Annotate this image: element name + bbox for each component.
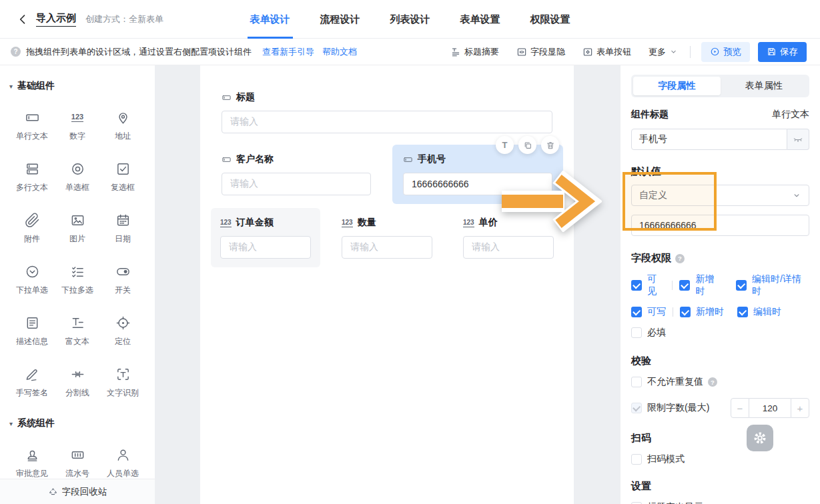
component-radio[interactable]: 单选框 — [55, 161, 100, 193]
permission-writable-row: 可写 新增时 编辑时 — [631, 306, 809, 318]
scan-mode-checkbox[interactable] — [631, 454, 642, 465]
component-switch[interactable]: 开关 — [100, 263, 145, 296]
order-amount-input[interactable]: 请输入 — [220, 236, 311, 259]
default-value-input[interactable]: 16666666666 — [631, 215, 809, 236]
minus-button[interactable]: − — [731, 398, 749, 418]
copy-icon — [523, 141, 532, 150]
writable-add-checkbox[interactable] — [680, 307, 691, 317]
tab-form-properties[interactable]: 表单属性 — [721, 77, 808, 95]
tool-field-visibility[interactable]: 字段显隐 — [516, 46, 565, 58]
caret-down-icon: ▾ — [9, 420, 13, 427]
text-style-action-button[interactable]: T — [496, 136, 514, 154]
section-system-components[interactable]: ▾ 系统组件 — [9, 417, 145, 429]
validation-label: 校验 — [631, 355, 809, 367]
tab-permission-settings[interactable]: 权限设置 — [530, 0, 570, 39]
tab-flow-design[interactable]: 流程设计 — [320, 0, 360, 39]
component-approval[interactable]: 审批意见 — [9, 447, 55, 479]
component-serial-number[interactable]: 流水号 — [55, 447, 100, 479]
char-limit-value[interactable]: 120 — [749, 398, 791, 418]
visible-checkbox[interactable] — [631, 280, 642, 291]
field-recycle-bin[interactable]: 字段回收站 — [0, 479, 155, 504]
form-field-phone-selected[interactable]: T 手机号 16666 — [392, 145, 563, 204]
link-help-docs[interactable]: 帮助文档 — [322, 46, 357, 58]
save-button[interactable]: 保存 — [758, 42, 807, 62]
link-newbie-guide[interactable]: 查看新手引导 — [262, 46, 314, 58]
component-date[interactable]: 日期 — [100, 212, 145, 245]
section-basic-components[interactable]: ▾ 基础组件 — [9, 80, 145, 92]
question-icon[interactable]: ? — [708, 377, 717, 387]
writable-edit-checkbox[interactable] — [737, 307, 748, 317]
field-label: 123 数量 — [342, 217, 432, 229]
visible-edit-checkbox[interactable] — [736, 280, 747, 291]
more-menu[interactable]: 更多 — [649, 46, 678, 58]
component-signature[interactable]: 手写签名 — [9, 366, 55, 399]
component-address[interactable]: 地址 — [100, 109, 145, 142]
tab-list-design[interactable]: 列表设计 — [390, 0, 430, 39]
tab-field-properties[interactable]: 字段属性 — [633, 77, 721, 95]
writable-checkbox[interactable] — [631, 307, 642, 317]
no-duplicate-row: 不允许重复值 ? — [631, 376, 809, 388]
location-icon — [115, 315, 131, 331]
component-image[interactable]: 图片 — [55, 212, 100, 245]
component-select-single[interactable]: 下拉单选 — [9, 263, 55, 296]
field-permission-label: 字段权限 ? — [631, 252, 809, 265]
tab-form-design[interactable]: 表单设计 — [250, 0, 290, 39]
delete-action-button[interactable] — [541, 136, 559, 154]
question-icon[interactable]: ? — [675, 254, 685, 263]
settings-fab-button[interactable] — [747, 425, 773, 451]
unit-price-input[interactable]: 请输入 — [463, 236, 554, 259]
form-field-customer-name[interactable]: 客户名称 请输入 — [211, 145, 382, 204]
caret-down-icon: ▾ — [9, 83, 13, 90]
design-area: 标题 请输入 客户名称 请输入 — [155, 65, 621, 504]
field-label: 123 单价 — [463, 217, 554, 229]
tool-title-abstract[interactable]: 标题摘要 — [450, 46, 499, 58]
component-person-single[interactable]: 人员单选 — [100, 447, 145, 479]
component-location[interactable]: 定位 — [100, 315, 145, 347]
panel-tabs: 字段属性 表单属性 — [631, 75, 809, 97]
form-field-title[interactable]: 标题 请输入 — [211, 83, 563, 142]
eye-off-icon — [793, 134, 803, 145]
toggle-title-visibility-button[interactable] — [787, 129, 809, 150]
default-mode-select[interactable]: 自定义 — [631, 185, 809, 206]
save-icon — [767, 47, 777, 57]
component-rich-text[interactable]: 富文本 — [55, 315, 100, 347]
component-divider[interactable]: 分割线 — [55, 366, 100, 399]
form-field-unit-price[interactable]: 123 单价 请输入 — [454, 208, 563, 267]
preview-button[interactable]: 预览 — [701, 42, 750, 62]
toolbar-hint-text: 拖拽组件到表单的设计区域，通过设置右侧配置项设计组件 — [26, 46, 252, 58]
component-single-line-text[interactable]: 单行文本 — [9, 109, 55, 142]
component-description[interactable]: 描述信息 — [9, 315, 55, 347]
component-number[interactable]: 123 数字 — [55, 109, 100, 142]
no-duplicate-checkbox[interactable] — [631, 377, 642, 387]
gear-icon — [752, 430, 768, 446]
tool-form-button[interactable]: 表单按钮 — [582, 46, 631, 58]
plus-button[interactable]: + — [791, 398, 809, 418]
app-header: 导入示例 创建方式：全新表单 表单设计 流程设计 列表设计 表单设置 权限设置 — [0, 0, 820, 39]
field-actions: T — [496, 136, 559, 154]
form-field-order-amount[interactable]: 123 订单金额 请输入 — [211, 208, 320, 267]
component-title-input[interactable]: 手机号 — [631, 129, 787, 150]
copy-action-button[interactable] — [518, 136, 536, 154]
visible-add-checkbox[interactable] — [679, 280, 690, 291]
component-type-text: 单行文本 — [772, 109, 809, 121]
tab-form-settings[interactable]: 表单设置 — [460, 0, 500, 39]
component-checkbox[interactable]: 复选框 — [100, 161, 145, 193]
address-icon — [115, 110, 131, 125]
preview-play-icon — [710, 47, 720, 57]
component-attachment[interactable]: 附件 — [9, 212, 55, 245]
component-ocr[interactable]: 文字识别 — [100, 366, 145, 399]
phone-input[interactable]: 16666666666 — [403, 173, 552, 195]
component-multi-line-text[interactable]: 多行文本 — [9, 161, 55, 193]
serial-number-icon — [70, 447, 85, 463]
required-checkbox[interactable] — [631, 327, 642, 338]
quantity-input[interactable]: 请输入 — [342, 236, 432, 259]
back-icon[interactable] — [16, 13, 29, 26]
form-field-quantity[interactable]: 123 数量 请输入 — [332, 208, 442, 267]
number-icon: 123 — [71, 113, 83, 122]
create-mode-text: 创建方式：全新表单 — [85, 13, 163, 25]
customer-name-input[interactable]: 请输入 — [222, 173, 371, 195]
component-select-multi[interactable]: 下拉多选 — [55, 263, 100, 296]
char-limit-checkbox[interactable] — [631, 403, 642, 413]
page-title[interactable]: 导入示例 — [36, 12, 76, 27]
title-input[interactable]: 请输入 — [222, 111, 552, 133]
